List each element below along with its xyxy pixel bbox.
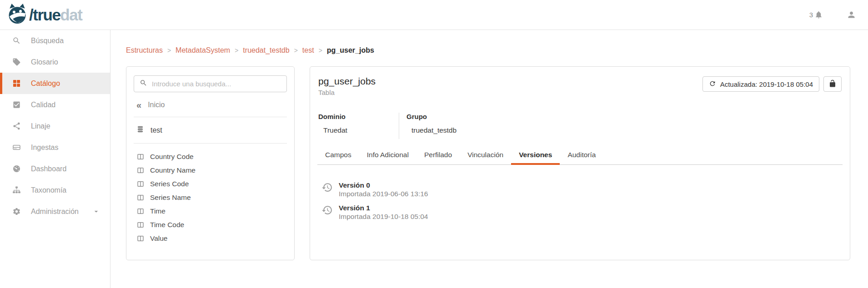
updated-label: Actualizada: 2019-10-18 05:04 xyxy=(720,80,813,88)
versions-list: Versión 0 Importada 2019-06-06 13:16 Ver… xyxy=(317,181,843,221)
gauge-icon xyxy=(12,164,21,174)
tab-vinculacion[interactable]: Vinculación xyxy=(460,151,511,165)
structure-tree-panel: « Inicio test Country Code Country Name … xyxy=(126,66,295,260)
server-icon xyxy=(12,143,21,152)
group-block: Grupo truedat_testdb xyxy=(399,113,457,139)
table-column-icon xyxy=(137,180,144,188)
tag-icon xyxy=(12,58,21,67)
tab-versiones[interactable]: Versiones xyxy=(511,151,560,165)
table-column-icon xyxy=(137,194,144,201)
bell-icon xyxy=(814,10,823,19)
structure-type-label: Tabla xyxy=(318,89,376,96)
notification-count: 3 xyxy=(809,11,813,19)
group-label: Grupo xyxy=(406,113,457,120)
tab-info-adicional[interactable]: Info Adicional xyxy=(359,151,416,165)
field-list: Country Code Country Name Series Code Se… xyxy=(134,150,287,245)
breadcrumb-separator: > xyxy=(235,47,238,54)
structure-detail-panel: pg_user_jobs Tabla Actualizada: 2019-10-… xyxy=(310,66,850,260)
breadcrumb-separator: > xyxy=(167,47,171,54)
field-item-series-code[interactable]: Series Code xyxy=(134,177,287,191)
sidebar-item-linaje[interactable]: Linaje xyxy=(0,115,110,137)
sidebar-item-calidad[interactable]: Calidad xyxy=(0,94,110,115)
tree-back-label: Inicio xyxy=(148,101,165,109)
truedat-logo[interactable]: /truedat xyxy=(7,3,82,27)
share-icon xyxy=(12,122,21,131)
version-text: Versión 0 Importada 2019-06-06 13:16 xyxy=(339,181,428,198)
check-square-icon xyxy=(12,100,21,109)
sidebar-item-administracion[interactable]: Administración xyxy=(0,201,110,222)
breadcrumb-link-metadatasystem[interactable]: MetadataSystem xyxy=(176,46,230,55)
search-icon xyxy=(140,79,147,89)
detail-actions: Actualizada: 2019-10-18 05:04 xyxy=(702,76,842,92)
owl-icon xyxy=(7,3,27,27)
tree-back-home[interactable]: « Inicio xyxy=(134,100,287,117)
tree-search-input[interactable] xyxy=(152,80,281,88)
tree-parent-item[interactable]: test xyxy=(134,117,287,143)
history-icon xyxy=(321,182,333,198)
caret-down-icon xyxy=(93,209,99,214)
lock-toggle-button[interactable] xyxy=(823,76,842,92)
table-column-icon xyxy=(137,167,144,174)
sidebar-item-glosario[interactable]: Glosario xyxy=(0,51,110,73)
breadcrumb-separator: > xyxy=(319,47,322,54)
sidebar-item-busqueda[interactable]: Búsqueda xyxy=(0,30,110,51)
tree-search-box xyxy=(134,75,287,92)
top-navbar: /truedat 3 xyxy=(0,0,868,30)
sitemap-icon xyxy=(12,186,21,195)
sidebar-item-dashboard[interactable]: Dashboard xyxy=(0,158,110,179)
domain-block: Dominio Truedat xyxy=(318,113,399,139)
tab-auditoria[interactable]: Auditoría xyxy=(560,151,603,165)
tab-perfilado[interactable]: Perfilado xyxy=(416,151,460,165)
refresh-updated-button[interactable]: Actualizada: 2019-10-18 05:04 xyxy=(702,76,819,92)
table-column-icon xyxy=(137,208,144,215)
field-item-value[interactable]: Value xyxy=(134,232,287,245)
page-title: pg_user_jobs xyxy=(318,76,376,87)
unlock-icon xyxy=(828,79,837,89)
version-text: Versión 1 Importada 2019-10-18 05:04 xyxy=(339,204,428,221)
field-item-time[interactable]: Time xyxy=(134,204,287,218)
domain-value: Truedat xyxy=(318,126,399,134)
grid-icon xyxy=(12,79,21,88)
field-item-time-code[interactable]: Time Code xyxy=(134,218,287,232)
database-icon xyxy=(136,125,144,135)
detail-title-block: pg_user_jobs Tabla xyxy=(318,76,376,96)
domain-label: Dominio xyxy=(318,113,399,120)
history-icon xyxy=(321,204,333,221)
version-item[interactable]: Versión 1 Importada 2019-10-18 05:04 xyxy=(321,204,843,221)
breadcrumb: Estructuras>MetadataSystem>truedat_testd… xyxy=(126,46,850,55)
table-column-icon xyxy=(137,221,144,228)
group-value: truedat_testdb xyxy=(406,126,457,134)
tab-campos[interactable]: Campos xyxy=(317,151,359,165)
main-content: Estructuras>MetadataSystem>truedat_testd… xyxy=(110,30,868,288)
table-column-icon xyxy=(137,153,144,160)
sidebar-item-taxonomia[interactable]: Taxonomía xyxy=(0,179,110,201)
app-layout: Búsqueda Glosario Catálogo Calidad Linaj… xyxy=(0,30,868,288)
breadcrumb-current: pg_user_jobs xyxy=(327,46,374,55)
breadcrumb-link-test[interactable]: test xyxy=(302,46,314,55)
user-icon xyxy=(847,10,856,20)
divider xyxy=(134,143,287,144)
breadcrumb-link-estructuras[interactable]: Estructuras xyxy=(126,46,163,55)
breadcrumb-separator: > xyxy=(294,47,298,54)
notifications-button[interactable]: 3 xyxy=(809,10,823,19)
sidebar-item-ingestas[interactable]: Ingestas xyxy=(0,137,110,158)
refresh-icon xyxy=(709,80,716,89)
field-item-country-name[interactable]: Country Name xyxy=(134,164,287,177)
sidebar-item-catalogo[interactable]: Catálogo xyxy=(0,73,110,94)
detail-header: pg_user_jobs Tabla Actualizada: 2019-10-… xyxy=(317,76,843,96)
topbar-actions: 3 xyxy=(809,10,856,20)
meta-section: Dominio Truedat Grupo truedat_testdb xyxy=(317,113,843,139)
table-column-icon xyxy=(137,235,144,242)
content-cards: « Inicio test Country Code Country Name … xyxy=(126,66,850,260)
tree-parent-label: test xyxy=(151,126,162,134)
detail-tabs: CamposInfo AdicionalPerfiladoVinculación… xyxy=(317,151,843,165)
breadcrumb-link-truedat-testdb[interactable]: truedat_testdb xyxy=(243,46,289,55)
search-icon xyxy=(12,36,21,45)
field-item-country-code[interactable]: Country Code xyxy=(134,150,287,164)
field-item-series-name[interactable]: Series Name xyxy=(134,191,287,204)
logo-text: /truedat xyxy=(29,6,82,24)
version-item[interactable]: Versión 0 Importada 2019-06-06 13:16 xyxy=(321,181,843,198)
gear-icon xyxy=(12,207,21,216)
user-menu-button[interactable] xyxy=(847,10,856,20)
sidebar: Búsqueda Glosario Catálogo Calidad Linaj… xyxy=(0,30,110,288)
